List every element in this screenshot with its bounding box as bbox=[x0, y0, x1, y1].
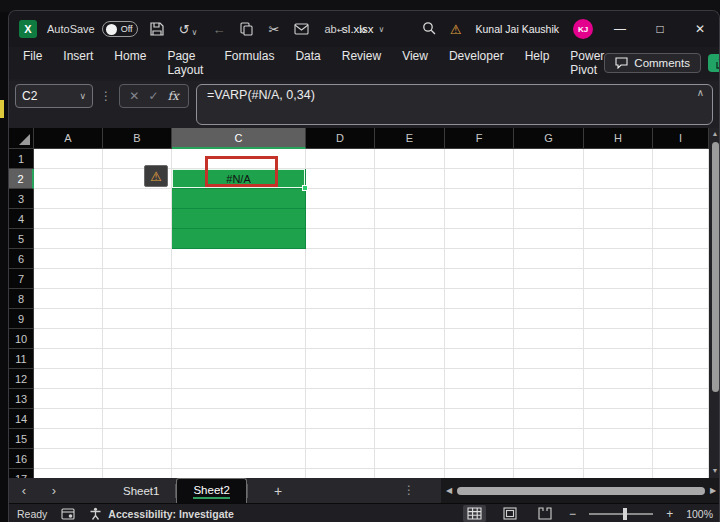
tab-developer[interactable]: Developer bbox=[449, 49, 504, 77]
column-header-b[interactable]: B bbox=[103, 128, 172, 149]
cell-b15[interactable] bbox=[103, 429, 172, 449]
cell-a15[interactable] bbox=[34, 429, 103, 449]
cell-a5[interactable] bbox=[34, 229, 103, 249]
cell-g13[interactable] bbox=[514, 389, 584, 409]
cell-d9[interactable] bbox=[306, 309, 375, 329]
collapse-formula-bar-icon[interactable]: ∧ bbox=[697, 87, 704, 98]
cell-d3[interactable] bbox=[306, 189, 375, 209]
cell-h4[interactable] bbox=[584, 209, 653, 229]
cell-e3[interactable] bbox=[375, 189, 445, 209]
row-header-6[interactable]: 6 bbox=[9, 249, 34, 269]
cell-d11[interactable] bbox=[306, 349, 375, 369]
cell-c9[interactable] bbox=[172, 309, 306, 329]
tab-help[interactable]: Help bbox=[525, 49, 550, 77]
insert-function-icon[interactable]: fx bbox=[168, 89, 179, 103]
row-header-12[interactable]: 12 bbox=[9, 369, 34, 389]
cell-g2[interactable] bbox=[514, 169, 584, 189]
cell-i14[interactable] bbox=[653, 409, 709, 429]
cell-f10[interactable] bbox=[445, 329, 514, 349]
row-header-8[interactable]: 8 bbox=[9, 289, 34, 309]
cell-g1[interactable] bbox=[514, 149, 584, 169]
cell-e10[interactable] bbox=[375, 329, 445, 349]
cell-h6[interactable] bbox=[584, 249, 653, 269]
cell-d12[interactable] bbox=[306, 369, 375, 389]
scroll-right-icon[interactable]: ▶ bbox=[705, 486, 720, 495]
cell-b14[interactable] bbox=[103, 409, 172, 429]
cell-h9[interactable] bbox=[584, 309, 653, 329]
column-header-f[interactable]: F bbox=[445, 128, 514, 149]
row-header-4[interactable]: 4 bbox=[9, 209, 34, 229]
cell-e7[interactable] bbox=[375, 269, 445, 289]
cell-a3[interactable] bbox=[34, 189, 103, 209]
cell-g12[interactable] bbox=[514, 369, 584, 389]
cell-d7[interactable] bbox=[306, 269, 375, 289]
undo-button[interactable]: ↺ ∨ bbox=[179, 22, 198, 37]
cell-g15[interactable] bbox=[514, 429, 584, 449]
sheet-tab-sheet1[interactable]: Sheet1 bbox=[107, 478, 175, 503]
cell-d8[interactable] bbox=[306, 289, 375, 309]
cell-b8[interactable] bbox=[103, 289, 172, 309]
cell-c16[interactable] bbox=[172, 449, 306, 469]
row-header-7[interactable]: 7 bbox=[9, 269, 34, 289]
cell-g14[interactable] bbox=[514, 409, 584, 429]
cell-i12[interactable] bbox=[653, 369, 709, 389]
cell-i8[interactable] bbox=[653, 289, 709, 309]
cell-a7[interactable] bbox=[34, 269, 103, 289]
cell-f9[interactable] bbox=[445, 309, 514, 329]
cell-a10[interactable] bbox=[34, 329, 103, 349]
cell-h15[interactable] bbox=[584, 429, 653, 449]
tab-power-pivot[interactable]: Power Pivot bbox=[570, 49, 604, 77]
cell-a14[interactable] bbox=[34, 409, 103, 429]
tab-view[interactable]: View bbox=[402, 49, 428, 77]
row-header-13[interactable]: 13 bbox=[9, 389, 34, 409]
cell-c12[interactable] bbox=[172, 369, 306, 389]
cell-e12[interactable] bbox=[375, 369, 445, 389]
save-icon[interactable] bbox=[150, 22, 164, 36]
cell-g9[interactable] bbox=[514, 309, 584, 329]
cell-f7[interactable] bbox=[445, 269, 514, 289]
cell-e6[interactable] bbox=[375, 249, 445, 269]
cell-i7[interactable] bbox=[653, 269, 709, 289]
row-header-9[interactable]: 9 bbox=[9, 309, 34, 329]
document-title[interactable]: sl.xlsx ∨ bbox=[342, 11, 384, 47]
cell-b16[interactable] bbox=[103, 449, 172, 469]
cell-b5[interactable] bbox=[103, 229, 172, 249]
cell-c11[interactable] bbox=[172, 349, 306, 369]
row-header-16[interactable]: 16 bbox=[9, 449, 34, 469]
comments-button[interactable]: Comments bbox=[604, 53, 701, 73]
add-sheet-button[interactable]: + bbox=[274, 483, 282, 499]
sheet-tab-sheet2[interactable]: Sheet2 bbox=[176, 478, 246, 503]
cell-d15[interactable] bbox=[306, 429, 375, 449]
scroll-down-icon[interactable]: ▼ bbox=[712, 465, 719, 477]
cell-d13[interactable] bbox=[306, 389, 375, 409]
cell-h10[interactable] bbox=[584, 329, 653, 349]
cell-a2[interactable] bbox=[34, 169, 103, 189]
email-icon[interactable] bbox=[294, 23, 309, 35]
cell-f1[interactable] bbox=[445, 149, 514, 169]
avatar[interactable]: KJ bbox=[573, 19, 593, 39]
cell-f12[interactable] bbox=[445, 369, 514, 389]
cell-a11[interactable] bbox=[34, 349, 103, 369]
cell-e4[interactable] bbox=[375, 209, 445, 229]
cell-h13[interactable] bbox=[584, 389, 653, 409]
user-name[interactable]: Kunal Jai Kaushik bbox=[476, 23, 559, 35]
cell-f3[interactable] bbox=[445, 189, 514, 209]
cell-d17[interactable] bbox=[306, 469, 375, 478]
cell-f15[interactable] bbox=[445, 429, 514, 449]
cell-d4[interactable] bbox=[306, 209, 375, 229]
zoom-slider[interactable] bbox=[589, 513, 653, 515]
cell-f17[interactable] bbox=[445, 469, 514, 478]
tab-home[interactable]: Home bbox=[114, 49, 146, 77]
cell-d2[interactable] bbox=[306, 169, 375, 189]
cell-h16[interactable] bbox=[584, 449, 653, 469]
cell-e11[interactable] bbox=[375, 349, 445, 369]
cell-h17[interactable] bbox=[584, 469, 653, 478]
copy-icon[interactable] bbox=[240, 22, 253, 36]
row-header-3[interactable]: 3 bbox=[9, 189, 34, 209]
cell-i10[interactable] bbox=[653, 329, 709, 349]
cell-h3[interactable] bbox=[584, 189, 653, 209]
cell-c8[interactable] bbox=[172, 289, 306, 309]
cell-d14[interactable] bbox=[306, 409, 375, 429]
cell-e8[interactable] bbox=[375, 289, 445, 309]
cell-h11[interactable] bbox=[584, 349, 653, 369]
